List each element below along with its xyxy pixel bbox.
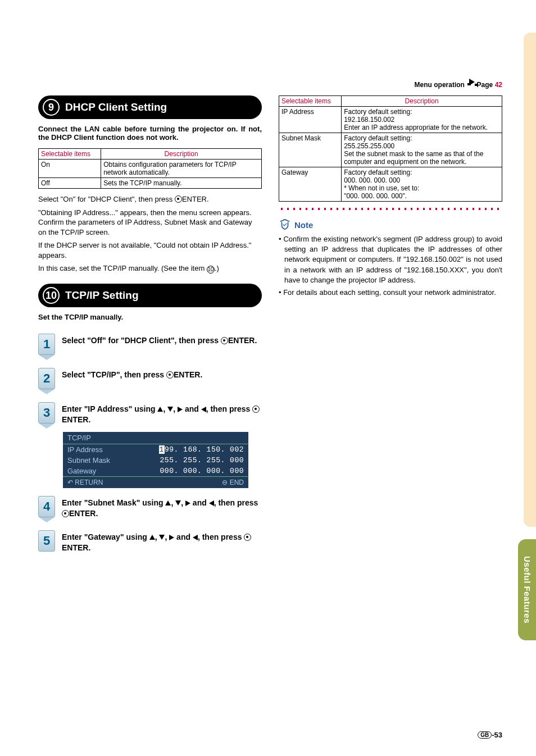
section-9-number: 9 bbox=[43, 99, 60, 116]
s4c: , then press bbox=[214, 498, 258, 507]
section-10-intro: Set the TCP/IP manually. bbox=[38, 313, 262, 321]
gateway-item: Gateway bbox=[279, 167, 342, 202]
ip-value: 199. 168. 150. 002 bbox=[159, 445, 244, 454]
tcpip-row-gateway: Gateway 000. 000. 000. 000 bbox=[63, 466, 248, 476]
section-9-para4: In this case, set the TCP/IP manually. (… bbox=[38, 263, 262, 274]
step-badge-5: 5 bbox=[38, 530, 57, 552]
table-row: IP Address Factory default setting: 192.… bbox=[279, 107, 502, 133]
subnet-desc: Factory default setting: 255.255.255.000… bbox=[342, 133, 502, 167]
enter-icon bbox=[252, 406, 260, 413]
s9-p4b: .) bbox=[215, 264, 219, 272]
subnet-label: Subnet Mask bbox=[67, 456, 110, 464]
note-divider-dots bbox=[279, 207, 502, 211]
menu-op-label: Menu operation bbox=[415, 81, 465, 89]
table-row: Subnet Mask Factory default setting: 255… bbox=[279, 133, 502, 167]
s1b: ENTER. bbox=[228, 336, 257, 345]
section-9-intro: Connect the LAN cable before turning the… bbox=[38, 125, 262, 142]
arrow-right-icon bbox=[185, 500, 190, 506]
ref-10-icon: 10 bbox=[207, 266, 215, 274]
gateway-value: 000. 000. 000. 000 bbox=[160, 467, 244, 475]
page-number: GB-53 bbox=[478, 731, 502, 739]
enter-icon bbox=[175, 195, 182, 203]
arrow-down-icon bbox=[159, 535, 165, 540]
note-item-1: Confirm the existing network's segment (… bbox=[279, 234, 502, 285]
s5b: and bbox=[174, 532, 193, 541]
note-label: Note bbox=[294, 220, 313, 230]
arrow-up-icon bbox=[157, 407, 163, 412]
enter-icon bbox=[221, 337, 228, 344]
section-9-header: 9 DHCP Client Setting bbox=[38, 95, 262, 119]
step-5-text: Enter "Gateway" using , , and , then pre… bbox=[62, 530, 262, 553]
s2b: ENTER. bbox=[174, 370, 202, 379]
menu-operation-ref: Menu operation Page 42 bbox=[38, 79, 502, 89]
ip-desc: Factory default setting: 192.168.150.002… bbox=[342, 107, 502, 133]
dhcp-table: Selectable items Description On Obtains … bbox=[38, 148, 262, 189]
s3d: ENTER. bbox=[62, 415, 90, 424]
step-badge-4: 4 bbox=[38, 496, 57, 522]
s9-p4a: In this case, set the TCP/IP manually. (… bbox=[38, 264, 207, 272]
dhcp-item-off: Off bbox=[39, 178, 101, 189]
rl: RETURN bbox=[75, 479, 103, 486]
tcpip-row-subnet: Subnet Mask 255. 255. 255. 000 bbox=[63, 455, 248, 466]
gateway-label: Gateway bbox=[67, 467, 96, 475]
step-4-text: Enter "Subnet Mask" using , , and , then… bbox=[62, 496, 262, 519]
table-row: On Obtains configuration parameters for … bbox=[39, 160, 262, 178]
gateway-desc: Factory default setting: 000. 000. 000. … bbox=[342, 167, 502, 202]
note-icon bbox=[279, 218, 291, 231]
step-1-text: Select "Off" for "DHCP Client", then pre… bbox=[62, 334, 262, 346]
return-label: ↶ RETURN bbox=[67, 479, 103, 486]
arrow-down-icon bbox=[167, 407, 173, 412]
subnet-value: 255. 255. 255. 000 bbox=[160, 456, 244, 464]
tcpip-row-ip: IP Address 199. 168. 150. 002 bbox=[63, 444, 248, 455]
s5d: ENTER. bbox=[62, 543, 90, 552]
arrow-right-icon bbox=[469, 79, 475, 85]
dhcp-item-on: On bbox=[39, 160, 101, 178]
s1a: Select "Off" for "DHCP Client", then pre… bbox=[62, 336, 221, 345]
s9-p1b: ENTER. bbox=[182, 195, 209, 203]
arrow-right-icon bbox=[178, 407, 183, 412]
ip-cursor: 1 bbox=[159, 445, 165, 454]
ip-label: IP Address bbox=[67, 445, 103, 454]
tcpip-desc-table: Selectable items Description IP Address … bbox=[279, 95, 502, 202]
step-3-text: Enter "IP Address" using , , and , then … bbox=[62, 402, 262, 425]
tcpip-header: TCP/IP bbox=[63, 432, 248, 444]
note-heading: Note bbox=[279, 218, 502, 231]
region-badge: GB bbox=[478, 731, 492, 739]
s2a: Select "TCP/IP", then press bbox=[62, 370, 166, 379]
s4d: ENTER. bbox=[69, 509, 98, 518]
section-9-para3: If the DHCP server is not available, "Co… bbox=[38, 240, 262, 260]
table-row: Off Sets the TCP/IP manually. bbox=[39, 178, 262, 189]
page-num-value: -53 bbox=[492, 731, 502, 739]
section-9-title: DHCP Client Setting bbox=[65, 101, 167, 113]
enter-icon bbox=[62, 510, 69, 517]
step-badge-3: 3 bbox=[38, 402, 57, 429]
arrow-left-icon bbox=[201, 407, 206, 412]
step-1: 1 Select "Off" for "DHCP Client", then p… bbox=[38, 334, 262, 360]
section-9-para1: Select "On" for "DHCP Client", then pres… bbox=[38, 194, 262, 204]
s9-p1a: Select "On" for "DHCP Client", then pres… bbox=[38, 195, 175, 203]
el: END bbox=[230, 479, 244, 486]
ip-rest: 99. 168. 150. 002 bbox=[165, 445, 244, 454]
enter-icon bbox=[244, 534, 251, 541]
arrow-left-icon bbox=[193, 535, 198, 540]
section-10-number: 10 bbox=[43, 287, 60, 304]
section-10-header: 10 TCP/IP Setting bbox=[38, 284, 262, 307]
arrow-up-icon bbox=[149, 535, 155, 540]
s5c: , then press bbox=[198, 532, 244, 541]
step-4: 4 Enter "Subnet Mask" using , , and , th… bbox=[38, 496, 262, 522]
subnet-item: Subnet Mask bbox=[279, 133, 342, 167]
step-2-text: Select "TCP/IP", then press ENTER. bbox=[62, 368, 262, 380]
s3c: , then press bbox=[206, 404, 252, 413]
menu-op-page-num: 42 bbox=[495, 81, 502, 89]
section-10-title: TCP/IP Setting bbox=[65, 289, 139, 302]
tcpip-footer: ↶ RETURN ⊖ END bbox=[63, 476, 248, 488]
dhcp-desc-on: Obtains configuration parameters for TCP… bbox=[101, 160, 262, 178]
ip-item: IP Address bbox=[279, 107, 342, 133]
note-item-2: For details about each setting, consult … bbox=[279, 288, 502, 298]
dhcp-desc-off: Sets the TCP/IP manually. bbox=[101, 178, 262, 189]
tcpip-table-head-items: Selectable items bbox=[279, 96, 342, 107]
arrow-right-icon bbox=[169, 535, 174, 540]
step-5: 5 Enter "Gateway" using , , and , then p… bbox=[38, 530, 262, 553]
enter-icon bbox=[166, 371, 174, 379]
s4a: Enter "Subnet Mask" using bbox=[62, 498, 165, 507]
